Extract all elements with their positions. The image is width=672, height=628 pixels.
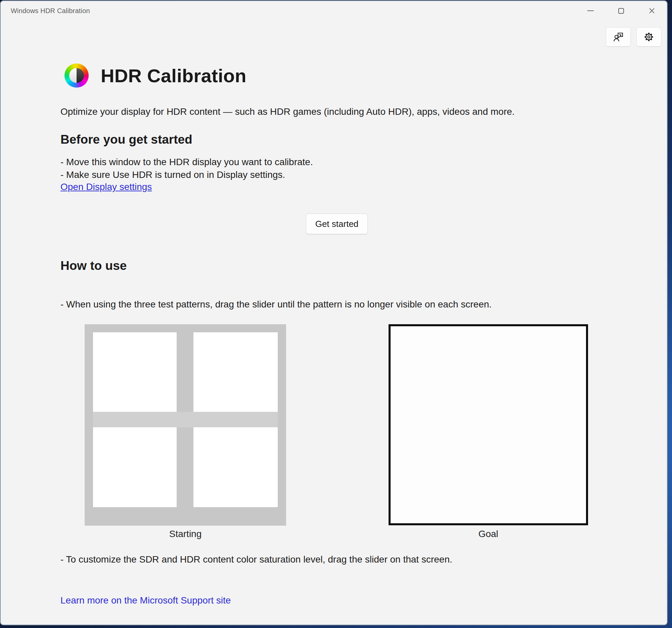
close-icon	[648, 7, 655, 14]
app-header: HDR Calibration	[65, 64, 246, 87]
before-bullet-use-hdr: - Make sure Use HDR is turned on in Disp…	[61, 170, 285, 180]
how-bullet-saturation: - To customize the SDR and HDR content c…	[61, 554, 452, 565]
how-bullet-test-patterns: - When using the three test patterns, dr…	[61, 299, 491, 310]
goal-label: Goal	[388, 529, 588, 539]
maximize-button[interactable]	[606, 1, 637, 21]
how-heading: How to use	[61, 259, 127, 273]
color-wheel-icon	[65, 64, 89, 87]
intro-text: Optimize your display for HDR content — …	[61, 106, 514, 117]
person-feedback-icon	[613, 31, 624, 43]
open-display-settings-link[interactable]: Open Display settings	[61, 182, 152, 192]
pattern-quadrant	[193, 332, 278, 412]
get-started-button[interactable]: Get started	[306, 213, 368, 234]
titlebar: Windows HDR Calibration	[1, 1, 667, 21]
app-window: Windows HDR Calibration	[0, 0, 668, 625]
before-bullet-move-window: - Move this window to the HDR display yo…	[61, 157, 313, 168]
pattern-quadrant	[93, 332, 177, 412]
pattern-quadrant	[93, 427, 177, 507]
pattern-quadrant	[193, 427, 278, 507]
page-title: HDR Calibration	[101, 65, 246, 86]
minimize-icon	[587, 10, 594, 11]
minimize-button[interactable]	[575, 1, 606, 21]
before-heading: Before you get started	[61, 132, 192, 147]
gear-icon	[643, 31, 654, 43]
caption-controls	[575, 1, 667, 21]
pattern-horizontal-band	[93, 412, 278, 427]
learn-more-link[interactable]: Learn more on the Microsoft Support site	[61, 595, 231, 606]
feedback-button[interactable]	[606, 27, 631, 47]
goal-pattern-image	[388, 324, 588, 525]
settings-button[interactable]	[637, 27, 661, 47]
close-button[interactable]	[637, 1, 667, 21]
window-title: Windows HDR Calibration	[11, 7, 90, 15]
maximize-icon	[618, 8, 624, 14]
toolbar	[606, 27, 661, 47]
starting-pattern-image	[85, 324, 286, 526]
starting-label: Starting	[85, 529, 286, 539]
